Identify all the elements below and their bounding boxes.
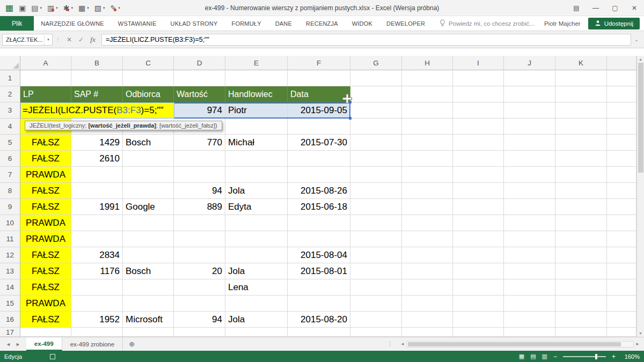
cell-G16[interactable] xyxy=(350,312,402,328)
cell-K7[interactable] xyxy=(555,167,607,183)
close-icon[interactable]: ✕ xyxy=(625,0,644,16)
cell-J9[interactable] xyxy=(504,199,555,215)
cell-F13[interactable]: 2015-08-01 xyxy=(288,263,350,279)
row-header-9[interactable]: 9 xyxy=(0,199,20,215)
cell-G14[interactable] xyxy=(350,279,402,295)
cell-L6[interactable] xyxy=(607,151,636,167)
share-button[interactable]: Udostępnij xyxy=(588,18,640,29)
row-header-8[interactable]: 8 xyxy=(0,183,20,199)
cell-G4[interactable] xyxy=(350,119,402,135)
column-header-G[interactable]: G xyxy=(350,56,402,70)
cell-E16[interactable]: Jola xyxy=(225,312,288,328)
cell-J12[interactable] xyxy=(504,247,555,263)
zoom-out-icon[interactable]: − xyxy=(553,353,557,360)
ribbon-tab-formuły[interactable]: FORMUŁY xyxy=(225,16,268,31)
sheet-next-icon[interactable]: ► xyxy=(16,342,20,347)
cell-K1[interactable] xyxy=(555,70,607,86)
ribbon-tab-widok[interactable]: WIDOK xyxy=(345,16,379,31)
cell-C9[interactable]: Google xyxy=(123,199,174,215)
cell-C5[interactable]: Bosch xyxy=(123,135,174,151)
cell-I9[interactable] xyxy=(453,199,504,215)
row-header-5[interactable]: 5 xyxy=(0,135,20,151)
name-box[interactable]: ZŁĄCZ.TEK... ▾ xyxy=(2,34,53,46)
column-header-D[interactable]: D xyxy=(174,56,225,70)
macro-record-status-icon[interactable] xyxy=(50,354,55,359)
cell-A5[interactable]: FAŁSZ xyxy=(20,135,71,151)
cell-F4[interactable] xyxy=(288,119,350,135)
cell-L10[interactable] xyxy=(607,215,636,231)
cell-D3[interactable]: 974 xyxy=(174,102,225,119)
cell-L5[interactable] xyxy=(607,135,636,151)
cell-L12[interactable] xyxy=(607,247,636,263)
cell-D9[interactable]: 889 xyxy=(174,199,225,215)
cell-B9[interactable]: 1991 xyxy=(71,199,123,215)
cell-H5[interactable] xyxy=(402,135,453,151)
cell-J5[interactable] xyxy=(504,135,555,151)
ribbon-tab-wstawianie[interactable]: WSTAWIANIE xyxy=(111,16,164,31)
cell-L9[interactable] xyxy=(607,199,636,215)
cell-L1[interactable] xyxy=(607,70,636,86)
cell-G11[interactable] xyxy=(350,231,402,247)
cell-A11[interactable]: PRAWDA xyxy=(20,231,71,247)
row-header-2[interactable]: 2 xyxy=(0,86,20,102)
new-sheet-icon[interactable]: ⊕ xyxy=(123,337,141,351)
cell-A12[interactable]: FAŁSZ xyxy=(20,247,71,263)
cell-L13[interactable] xyxy=(607,263,636,279)
cell-B17[interactable] xyxy=(71,328,123,337)
minimize-icon[interactable]: — xyxy=(586,0,605,16)
cell-D11[interactable] xyxy=(174,231,225,247)
zoom-slider[interactable] xyxy=(563,356,606,357)
cell-K14[interactable] xyxy=(555,279,607,295)
column-header-partial[interactable] xyxy=(607,56,636,70)
row-header-7[interactable]: 7 xyxy=(0,167,20,183)
cell-G9[interactable] xyxy=(350,199,402,215)
cell-E7[interactable] xyxy=(225,167,288,183)
formula-bar-expand-icon[interactable]: ⌄ xyxy=(631,37,642,42)
cell-C13[interactable]: Bosch xyxy=(123,263,174,279)
cell-K12[interactable] xyxy=(555,247,607,263)
cell-C16[interactable]: Microsoft xyxy=(123,312,174,328)
row-header-15[interactable]: 15 xyxy=(0,295,20,312)
cell-F17[interactable] xyxy=(288,328,350,337)
cell-F7[interactable] xyxy=(288,167,350,183)
cell-F10[interactable] xyxy=(288,215,350,231)
cell-F8[interactable]: 2015-08-26 xyxy=(288,183,350,199)
column-header-C[interactable]: C xyxy=(123,56,174,70)
vertical-scrollbar[interactable]: ▲ ▼ xyxy=(636,56,644,337)
column-header-B[interactable]: B xyxy=(71,56,123,70)
cell-J14[interactable] xyxy=(504,279,555,295)
confirm-entry-icon[interactable]: ✓ xyxy=(75,36,87,43)
cell-A8[interactable]: FAŁSZ xyxy=(20,183,71,199)
cell-A13[interactable]: FAŁSZ xyxy=(20,263,71,279)
zoom-in-icon[interactable]: + xyxy=(612,353,616,360)
column-header-I[interactable]: I xyxy=(453,56,504,70)
cell-I15[interactable] xyxy=(453,295,504,312)
cell-J17[interactable] xyxy=(504,328,555,337)
cell-D17[interactable] xyxy=(174,328,225,337)
cell-editor-a3[interactable]: =JEŻELI(LICZ.PUSTE(B3:F3)=5;"" xyxy=(20,102,174,119)
cell-I10[interactable] xyxy=(453,215,504,231)
cell-J13[interactable] xyxy=(504,263,555,279)
cell-I3[interactable] xyxy=(453,102,504,119)
cell-J16[interactable] xyxy=(504,312,555,328)
tab-split-handle-icon[interactable]: ⋮ xyxy=(384,337,396,351)
cell-H10[interactable] xyxy=(402,215,453,231)
excel-logo-button[interactable]: ▦ xyxy=(4,3,14,13)
row-header-13[interactable]: 13 xyxy=(0,263,20,279)
row-header-6[interactable]: 6 xyxy=(0,151,20,167)
ribbon-tab-narzędzie-główne[interactable]: NARZĘDZIE GŁÓWNE xyxy=(34,16,111,31)
cell-H1[interactable] xyxy=(402,70,453,86)
cell-B11[interactable] xyxy=(71,231,123,247)
cell-J4[interactable] xyxy=(504,119,555,135)
cell-E14[interactable]: Lena xyxy=(225,279,288,295)
cell-B13[interactable]: 1176 xyxy=(71,263,123,279)
range-handle-top-right[interactable] xyxy=(349,101,352,104)
cell-I4[interactable] xyxy=(453,119,504,135)
cell-H2[interactable] xyxy=(402,86,453,102)
cell-E3[interactable]: Piotr xyxy=(225,102,288,119)
cell-C12[interactable] xyxy=(123,247,174,263)
cell-K9[interactable] xyxy=(555,199,607,215)
cell-C2[interactable]: Odbiorca xyxy=(123,86,174,102)
cell-C10[interactable] xyxy=(123,215,174,231)
cell-E5[interactable]: Michał xyxy=(225,135,288,151)
